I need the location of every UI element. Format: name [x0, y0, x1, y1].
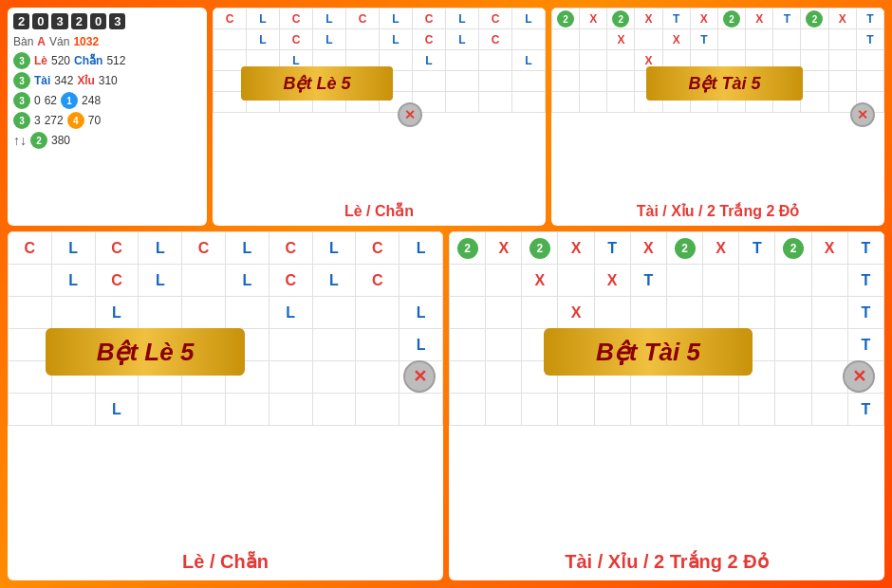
bottom-left-bet-overlay: Bệt Lè 5	[46, 328, 245, 376]
van-num: 1032	[73, 35, 99, 48]
bottom-right-x-circle: ✕	[843, 360, 875, 393]
num-badge-4: 2	[71, 13, 87, 29]
circle-1: 1	[61, 92, 78, 109]
num-badge-3: 3	[51, 13, 67, 29]
score-512: 512	[106, 54, 125, 67]
chan-label: Chẵn	[74, 54, 102, 67]
top-right-label: Tài / Xỉu / 2 Trắng 2 Đỏ	[551, 202, 884, 220]
a-label: A	[37, 35, 46, 48]
score-310: 310	[99, 74, 118, 87]
score-3: 3	[34, 114, 41, 127]
num-badge-1: 2	[13, 13, 29, 29]
circle-4: 4	[67, 112, 84, 129]
badge-row3: 3	[13, 92, 30, 109]
bottom-right-label: Tài / Xỉu / 2 Trắng 2 Đỏ	[449, 550, 884, 573]
bottom-right-bet-overlay: Bệt Tài 5	[544, 328, 753, 376]
bottom-left-label: Lè / Chẵn	[8, 550, 443, 573]
circle-2: 2	[30, 132, 47, 149]
top-left-bet-overlay: Bệt Lè 5	[241, 66, 393, 101]
score-0: 0	[34, 94, 41, 107]
bottom-left-grid-panel: C L C L C L C L C L L C L L	[8, 231, 443, 580]
badge-row1: 3	[13, 52, 30, 69]
name-tai: Tài	[34, 74, 50, 87]
score-342: 342	[54, 74, 73, 87]
score-248: 248	[82, 94, 101, 107]
score-272: 272	[45, 114, 64, 127]
score-380: 380	[51, 134, 70, 147]
score-62: 62	[45, 94, 57, 107]
arrow-icon: ↑↓	[13, 133, 27, 148]
num-badge-5: 0	[90, 13, 106, 29]
badge-row2: 3	[13, 72, 30, 89]
bottom-right-grid-panel: 2 X 2 X T X 2 X T 2 X T X	[449, 231, 884, 580]
top-right-grid-panel: 2 X 2 X T X 2 X T 2 X T X	[551, 8, 884, 226]
score-70: 70	[88, 114, 101, 127]
num-badge-2: 0	[32, 13, 48, 29]
name-le: Lè	[34, 54, 47, 67]
top-left-label: Lè / Chẵn	[213, 202, 546, 220]
score-panel: 2 0 3 2 0 3 Bàn A Ván 1032 3 Lè 520 Chẵn…	[8, 8, 207, 226]
xiu-label: Xỉu	[77, 74, 94, 87]
ban-label: Bàn	[13, 35, 33, 48]
top-right-x-circle: ✕	[850, 102, 875, 127]
score-520: 520	[51, 54, 70, 67]
top-left-grid-panel: C L C L C L C L C L L C L L	[213, 8, 546, 226]
top-right-bet-overlay: Bệt Tài 5	[646, 66, 803, 101]
van-label: Ván	[49, 35, 69, 48]
top-left-x-circle: ✕	[398, 102, 422, 127]
bottom-left-x-circle: ✕	[403, 360, 436, 393]
num-badge-6: 3	[109, 13, 125, 29]
badge-row4: 3	[13, 112, 30, 129]
